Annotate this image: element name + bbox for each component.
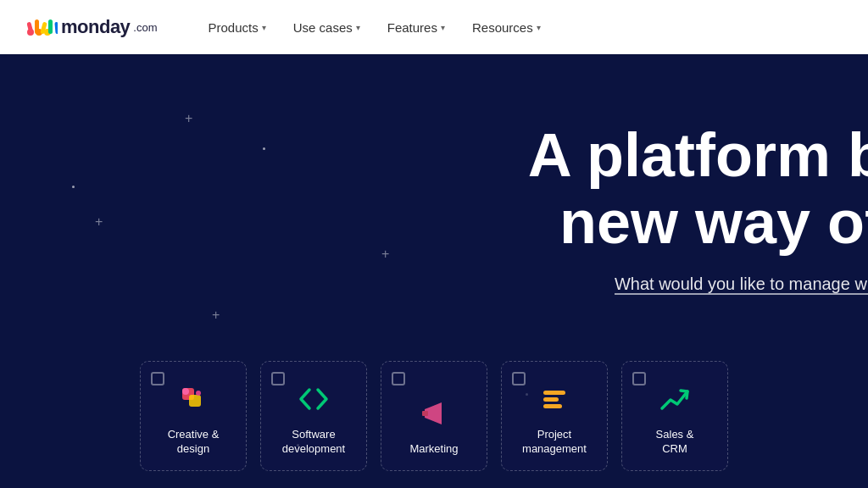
logo-icon: [27, 16, 58, 38]
code-icon: [298, 383, 330, 419]
logo[interactable]: monday.com: [27, 16, 158, 38]
star-decoration: +: [95, 215, 103, 229]
svg-rect-15: [543, 397, 559, 402]
svg-rect-7: [54, 22, 58, 34]
card-checkbox[interactable]: [271, 372, 285, 385]
logo-text-monday: monday: [61, 16, 130, 38]
project-icon: [538, 383, 570, 419]
card-creative-design[interactable]: Creative &design: [140, 361, 247, 471]
hero-subtitle: What would you like to manage with: [615, 274, 868, 294]
category-cards-container: Creative &design Softwaredevelopment: [123, 361, 745, 488]
logo-text-com: .com: [133, 21, 157, 34]
chevron-down-icon: ▾: [537, 23, 541, 32]
svg-rect-9: [189, 395, 201, 407]
card-checkbox[interactable]: [392, 372, 405, 385]
nav-features[interactable]: Features ▾: [377, 14, 455, 42]
svg-point-11: [196, 391, 201, 396]
chevron-down-icon: ▾: [441, 23, 445, 32]
chevron-down-icon: ▾: [262, 23, 266, 32]
svg-rect-13: [422, 411, 428, 416]
svg-point-10: [182, 388, 189, 395]
star-dot: [72, 186, 75, 188]
navbar: monday.com Products ▾ Use cases ▾ Featur…: [0, 0, 868, 54]
card-sales-crm[interactable]: Sales &CRM: [621, 361, 728, 471]
card-marketing[interactable]: Marketing: [381, 361, 487, 471]
card-label: Sales &CRM: [656, 428, 694, 457]
sales-icon: [659, 383, 691, 419]
nav-resources[interactable]: Resources ▾: [462, 14, 551, 42]
star-decoration: +: [185, 112, 192, 125]
card-label: Creative &design: [168, 428, 220, 457]
card-checkbox[interactable]: [512, 372, 526, 385]
marketing-icon: [418, 397, 450, 434]
svg-rect-4: [35, 19, 39, 34]
card-label: Marketing: [409, 442, 458, 457]
star-decoration: +: [381, 247, 389, 261]
card-label: Projectmanagement: [522, 428, 587, 457]
svg-rect-14: [543, 391, 565, 395]
chevron-down-icon: ▾: [356, 23, 360, 32]
svg-rect-6: [48, 19, 53, 34]
hero-section: + + + + A platform b new way of What wou…: [0, 54, 868, 488]
nav-products[interactable]: Products ▾: [198, 14, 276, 42]
card-checkbox[interactable]: [632, 372, 646, 385]
card-project-management[interactable]: Projectmanagement: [501, 361, 608, 471]
card-label: Softwaredevelopment: [282, 428, 345, 457]
card-software-development[interactable]: Softwaredevelopment: [260, 361, 367, 471]
svg-rect-16: [543, 404, 562, 408]
creative-icon: [177, 383, 209, 419]
card-checkbox[interactable]: [151, 372, 164, 385]
hero-title: A platform b new way of: [528, 122, 868, 256]
star-dot: [263, 147, 265, 150]
nav-use-cases[interactable]: Use cases ▾: [283, 14, 370, 42]
star-decoration: +: [212, 308, 220, 322]
nav-links: Products ▾ Use cases ▾ Features ▾ Resour…: [198, 14, 551, 42]
